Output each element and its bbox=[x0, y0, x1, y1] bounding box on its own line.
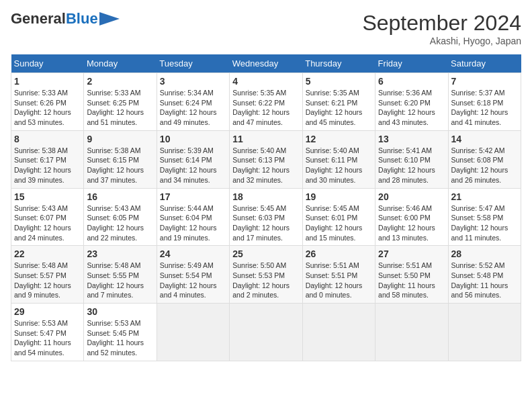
calendar-cell: 24 Sunrise: 5:49 AMSunset: 5:54 PMDaylig… bbox=[157, 246, 229, 304]
day-info: Sunrise: 5:41 AMSunset: 6:10 PMDaylight:… bbox=[378, 146, 435, 184]
day-info: Sunrise: 5:45 AMSunset: 6:01 PMDaylight:… bbox=[306, 204, 363, 242]
calendar-week-row: 15 Sunrise: 5:43 AMSunset: 6:07 PMDaylig… bbox=[11, 188, 521, 246]
calendar-cell: 2 Sunrise: 5:33 AMSunset: 6:25 PMDayligh… bbox=[84, 73, 157, 131]
calendar-cell: 12 Sunrise: 5:40 AMSunset: 6:11 PMDaylig… bbox=[302, 130, 375, 188]
day-number: 30 bbox=[87, 306, 153, 317]
day-number: 4 bbox=[232, 76, 299, 87]
calendar-cell: 13 Sunrise: 5:41 AMSunset: 6:10 PMDaylig… bbox=[375, 130, 448, 188]
day-number: 5 bbox=[306, 76, 372, 87]
day-number: 8 bbox=[14, 134, 81, 144]
day-info: Sunrise: 5:51 AMSunset: 5:50 PMDaylight:… bbox=[378, 261, 435, 299]
day-number: 11 bbox=[232, 134, 299, 144]
day-number: 12 bbox=[306, 134, 372, 144]
calendar-cell: 7 Sunrise: 5:37 AMSunset: 6:18 PMDayligh… bbox=[448, 73, 521, 131]
calendar-cell: 8 Sunrise: 5:38 AMSunset: 6:17 PMDayligh… bbox=[11, 130, 84, 188]
weekday-header-monday: Monday bbox=[84, 54, 157, 73]
day-info: Sunrise: 5:38 AMSunset: 6:15 PMDaylight:… bbox=[87, 146, 144, 184]
day-number: 16 bbox=[87, 191, 153, 202]
calendar-cell: 26 Sunrise: 5:51 AMSunset: 5:51 PMDaylig… bbox=[302, 246, 375, 304]
day-info: Sunrise: 5:33 AMSunset: 6:25 PMDaylight:… bbox=[87, 89, 144, 126]
day-number: 2 bbox=[87, 76, 153, 87]
day-info: Sunrise: 5:38 AMSunset: 6:17 PMDaylight:… bbox=[14, 146, 71, 184]
day-info: Sunrise: 5:43 AMSunset: 6:07 PMDaylight:… bbox=[14, 204, 71, 242]
day-number: 19 bbox=[306, 191, 372, 202]
day-info: Sunrise: 5:46 AMSunset: 6:00 PMDaylight:… bbox=[378, 204, 435, 242]
day-info: Sunrise: 5:52 AMSunset: 5:48 PMDaylight:… bbox=[451, 261, 508, 299]
calendar-cell: 27 Sunrise: 5:51 AMSunset: 5:50 PMDaylig… bbox=[375, 246, 448, 304]
calendar-cell: 28 Sunrise: 5:52 AMSunset: 5:48 PMDaylig… bbox=[448, 246, 521, 304]
day-number: 13 bbox=[378, 134, 445, 144]
day-info: Sunrise: 5:36 AMSunset: 6:20 PMDaylight:… bbox=[378, 89, 435, 126]
calendar-cell: 16 Sunrise: 5:43 AMSunset: 6:05 PMDaylig… bbox=[84, 188, 157, 246]
calendar-cell bbox=[157, 304, 229, 361]
day-info: Sunrise: 5:40 AMSunset: 6:13 PMDaylight:… bbox=[232, 146, 290, 184]
weekday-header-saturday: Saturday bbox=[448, 54, 521, 73]
calendar-cell: 9 Sunrise: 5:38 AMSunset: 6:15 PMDayligh… bbox=[84, 130, 157, 188]
weekday-header-sunday: Sunday bbox=[11, 54, 84, 73]
calendar-cell bbox=[230, 304, 302, 361]
calendar-cell: 4 Sunrise: 5:35 AMSunset: 6:22 PMDayligh… bbox=[230, 73, 302, 131]
day-info: Sunrise: 5:33 AMSunset: 6:26 PMDaylight:… bbox=[14, 89, 71, 126]
day-info: Sunrise: 5:39 AMSunset: 6:14 PMDaylight:… bbox=[160, 146, 217, 184]
day-info: Sunrise: 5:47 AMSunset: 5:58 PMDaylight:… bbox=[451, 204, 508, 242]
calendar-cell: 29 Sunrise: 5:53 AMSunset: 5:47 PMDaylig… bbox=[11, 304, 84, 361]
day-number: 7 bbox=[451, 76, 518, 87]
calendar-cell: 20 Sunrise: 5:46 AMSunset: 6:00 PMDaylig… bbox=[375, 188, 448, 246]
day-number: 26 bbox=[306, 248, 372, 259]
calendar-cell: 14 Sunrise: 5:42 AMSunset: 6:08 PMDaylig… bbox=[448, 130, 521, 188]
calendar-cell: 30 Sunrise: 5:53 AMSunset: 5:45 PMDaylig… bbox=[84, 304, 157, 361]
calendar-cell: 25 Sunrise: 5:50 AMSunset: 5:53 PMDaylig… bbox=[230, 246, 302, 304]
day-info: Sunrise: 5:53 AMSunset: 5:45 PMDaylight:… bbox=[87, 319, 144, 357]
calendar-table: SundayMondayTuesdayWednesdayThursdayFrid… bbox=[11, 54, 521, 361]
day-number: 24 bbox=[160, 248, 226, 259]
calendar-week-row: 1 Sunrise: 5:33 AMSunset: 6:26 PMDayligh… bbox=[11, 73, 521, 131]
calendar-cell: 6 Sunrise: 5:36 AMSunset: 6:20 PMDayligh… bbox=[375, 73, 448, 131]
day-info: Sunrise: 5:53 AMSunset: 5:47 PMDaylight:… bbox=[14, 319, 71, 357]
calendar-cell: 15 Sunrise: 5:43 AMSunset: 6:07 PMDaylig… bbox=[11, 188, 84, 246]
day-number: 18 bbox=[232, 191, 299, 202]
calendar-cell: 5 Sunrise: 5:35 AMSunset: 6:21 PMDayligh… bbox=[302, 73, 375, 131]
day-info: Sunrise: 5:35 AMSunset: 6:22 PMDaylight:… bbox=[232, 89, 290, 126]
calendar-cell: 17 Sunrise: 5:44 AMSunset: 6:04 PMDaylig… bbox=[157, 188, 229, 246]
day-number: 3 bbox=[160, 76, 226, 87]
day-info: Sunrise: 5:34 AMSunset: 6:24 PMDaylight:… bbox=[160, 89, 217, 126]
day-info: Sunrise: 5:50 AMSunset: 5:53 PMDaylight:… bbox=[232, 261, 290, 299]
calendar-cell: 10 Sunrise: 5:39 AMSunset: 6:14 PMDaylig… bbox=[157, 130, 229, 188]
day-number: 10 bbox=[160, 134, 226, 144]
day-number: 27 bbox=[378, 248, 445, 259]
calendar-cell bbox=[375, 304, 448, 361]
day-info: Sunrise: 5:37 AMSunset: 6:18 PMDaylight:… bbox=[451, 89, 508, 126]
day-number: 9 bbox=[87, 134, 153, 144]
day-number: 23 bbox=[87, 248, 153, 259]
day-info: Sunrise: 5:45 AMSunset: 6:03 PMDaylight:… bbox=[232, 204, 290, 242]
calendar-week-row: 22 Sunrise: 5:48 AMSunset: 5:57 PMDaylig… bbox=[11, 246, 521, 304]
calendar-cell: 3 Sunrise: 5:34 AMSunset: 6:24 PMDayligh… bbox=[157, 73, 229, 131]
calendar-cell bbox=[448, 304, 521, 361]
day-info: Sunrise: 5:48 AMSunset: 5:55 PMDaylight:… bbox=[87, 261, 144, 299]
day-number: 21 bbox=[451, 191, 518, 202]
day-number: 14 bbox=[451, 134, 518, 144]
day-number: 1 bbox=[14, 76, 81, 87]
logo: GeneralBlue bbox=[11, 11, 120, 27]
day-number: 29 bbox=[14, 306, 81, 317]
day-number: 25 bbox=[232, 248, 299, 259]
calendar-week-row: 8 Sunrise: 5:38 AMSunset: 6:17 PMDayligh… bbox=[11, 130, 521, 188]
calendar-cell: 11 Sunrise: 5:40 AMSunset: 6:13 PMDaylig… bbox=[230, 130, 302, 188]
day-number: 6 bbox=[378, 76, 445, 87]
day-info: Sunrise: 5:44 AMSunset: 6:04 PMDaylight:… bbox=[160, 204, 217, 242]
calendar-header-row: SundayMondayTuesdayWednesdayThursdayFrid… bbox=[11, 54, 521, 73]
svg-marker-0 bbox=[99, 12, 120, 26]
calendar-cell: 18 Sunrise: 5:45 AMSunset: 6:03 PMDaylig… bbox=[230, 188, 302, 246]
calendar-cell: 19 Sunrise: 5:45 AMSunset: 6:01 PMDaylig… bbox=[302, 188, 375, 246]
calendar-cell: 21 Sunrise: 5:47 AMSunset: 5:58 PMDaylig… bbox=[448, 188, 521, 246]
month-title: September 2024 bbox=[362, 11, 521, 36]
location: Akashi, Hyogo, Japan bbox=[362, 36, 521, 46]
calendar-cell: 1 Sunrise: 5:33 AMSunset: 6:26 PMDayligh… bbox=[11, 73, 84, 131]
title-block: September 2024 Akashi, Hyogo, Japan bbox=[362, 11, 521, 46]
day-info: Sunrise: 5:49 AMSunset: 5:54 PMDaylight:… bbox=[160, 261, 217, 299]
logo-text: GeneralBlue bbox=[11, 11, 98, 27]
day-info: Sunrise: 5:48 AMSunset: 5:57 PMDaylight:… bbox=[14, 261, 71, 299]
day-info: Sunrise: 5:42 AMSunset: 6:08 PMDaylight:… bbox=[451, 146, 508, 184]
day-info: Sunrise: 5:51 AMSunset: 5:51 PMDaylight:… bbox=[306, 261, 363, 299]
day-number: 22 bbox=[14, 248, 81, 259]
